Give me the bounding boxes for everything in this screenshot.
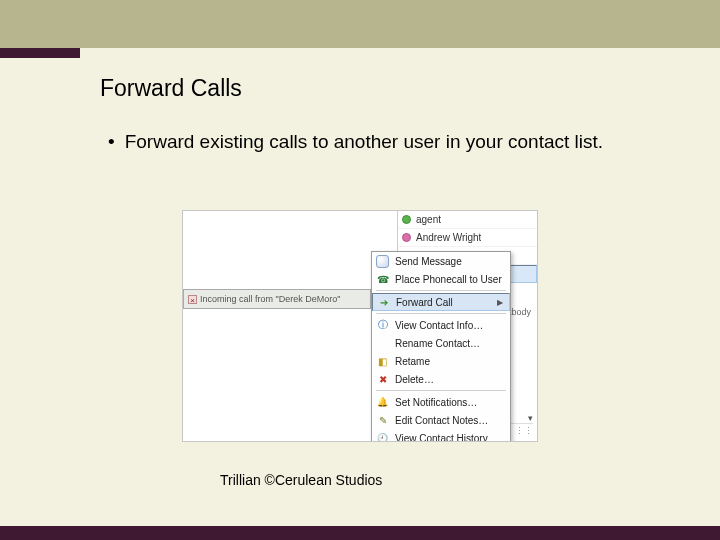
- slide-footer: Trillian ©Cerulean Studios: [220, 472, 382, 488]
- menu-fwd-icon: [377, 296, 390, 309]
- incoming-call-text: Incoming call from "Derek DeMoro": [200, 294, 340, 304]
- menu-item-label: Place Phonecall to User: [395, 274, 502, 285]
- menu-item[interactable]: Rename Contact…: [372, 334, 510, 352]
- screenshot-figure: × Incoming call from "Derek DeMoro" agen…: [182, 210, 538, 442]
- contact-name: agent: [416, 214, 441, 225]
- footer-band: [0, 526, 720, 540]
- presence-icon: [402, 233, 411, 242]
- chevron-right-icon: ▶: [497, 298, 503, 307]
- menu-hist-icon: [376, 432, 389, 443]
- menu-item[interactable]: Delete…: [372, 370, 510, 388]
- bullet-text: Forward existing calls to another user i…: [125, 130, 603, 154]
- accent-bar: [0, 48, 80, 58]
- menu-item[interactable]: View Contact Info…: [372, 316, 510, 334]
- scroll-down-icon[interactable]: ▾: [528, 413, 536, 421]
- bullet-list: • Forward existing calls to another user…: [108, 130, 620, 154]
- menu-item-label: Delete…: [395, 374, 434, 385]
- contact-row[interactable]: agent: [398, 211, 537, 229]
- menu-item[interactable]: Retame: [372, 352, 510, 370]
- menu-item[interactable]: Place Phonecall to User: [372, 270, 510, 288]
- menu-item[interactable]: Edit Contact Notes…: [372, 411, 510, 429]
- slide: Forward Calls • Forward existing calls t…: [0, 0, 720, 540]
- menu-bell-icon: [376, 396, 389, 409]
- menu-note-icon: [376, 414, 389, 427]
- menu-phone-icon: [376, 273, 389, 286]
- menu-item-label: Forward Call: [396, 297, 453, 308]
- menu-separator: [376, 313, 506, 314]
- context-menu: Send MessagePlace Phonecall to UserForwa…: [371, 251, 511, 442]
- header-band: [0, 0, 720, 48]
- slide-title: Forward Calls: [100, 75, 242, 102]
- bullet-item: • Forward existing calls to another user…: [108, 130, 620, 154]
- menu-separator: [376, 290, 506, 291]
- menu-item[interactable]: Forward Call▶: [372, 293, 510, 311]
- menu-item-label: Rename Contact…: [395, 338, 480, 349]
- menu-item[interactable]: Send Message: [372, 252, 510, 270]
- menu-item-label: Set Notifications…: [395, 397, 477, 408]
- menu-item-label: View Contact History: [395, 433, 488, 443]
- menu-item-label: Retame: [395, 356, 430, 367]
- presence-icon: [402, 215, 411, 224]
- menu-tag-icon: [376, 355, 389, 368]
- contact-row[interactable]: Andrew Wright: [398, 229, 537, 247]
- menu-bubble-icon: [376, 255, 389, 268]
- menu-info-icon: [376, 319, 389, 332]
- menu-separator: [376, 390, 506, 391]
- bullet-dot-icon: •: [108, 130, 115, 154]
- menu-del-icon: [376, 373, 389, 386]
- incoming-call-toast: × Incoming call from "Derek DeMoro": [183, 289, 371, 309]
- contact-name: Andrew Wright: [416, 232, 481, 243]
- menu-item[interactable]: View Contact History: [372, 429, 510, 442]
- menu-item-label: Edit Contact Notes…: [395, 415, 488, 426]
- close-icon[interactable]: ×: [188, 295, 197, 304]
- menu-item[interactable]: Set Notifications…: [372, 393, 510, 411]
- menu-item-label: Send Message: [395, 256, 462, 267]
- menu-item-label: View Contact Info…: [395, 320, 483, 331]
